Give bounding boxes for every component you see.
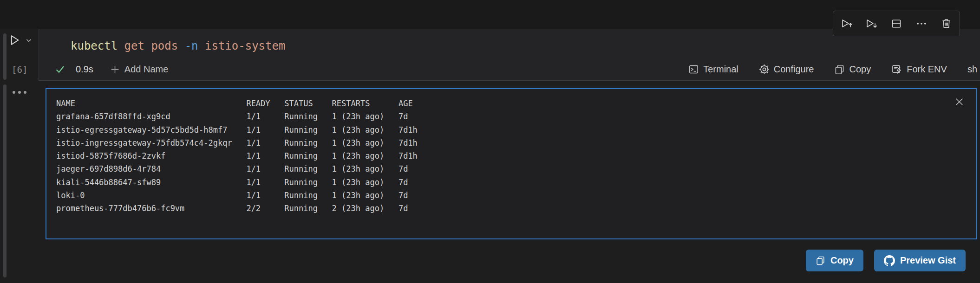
cell-hover-toolbar (833, 11, 960, 36)
more-icon[interactable] (915, 17, 928, 31)
output-header-line: NAME READY STATUS RESTARTS AGE (56, 97, 976, 110)
split-cell-icon[interactable] (889, 17, 903, 31)
terminal-button[interactable]: Terminal (688, 64, 738, 75)
preview-gist-label: Preview Gist (900, 255, 956, 266)
code-cell: kubectl get pods -n istio-system 0.9s Ad… (39, 29, 980, 81)
output-options-button[interactable] (13, 91, 26, 94)
code-token: get pods (124, 39, 185, 52)
output-panel: NAME READY STATUS RESTARTS AGEgrafana-65… (46, 88, 977, 239)
status-right-group: Terminal Configure Copy (688, 64, 977, 75)
configure-button[interactable]: Configure (759, 64, 814, 75)
output-row: istio-egressgateway-5d57c5bd5d-h8mf7 1/1… (56, 123, 976, 136)
output-row: jaeger-697d898d6-4r784 1/1 Running 1 (23… (56, 162, 976, 175)
fork-env-button[interactable]: Fork ENV (891, 64, 947, 75)
cell-focus-bar-output (3, 84, 7, 277)
code-token: istio-system (205, 39, 285, 52)
code-token: -n (185, 39, 205, 52)
plus-icon (110, 64, 120, 74)
output-footer-actions: Copy Preview Gist (806, 250, 966, 271)
copy-command-label: Copy (849, 64, 871, 75)
status-left-group: 0.9s Add Name (54, 64, 168, 75)
configure-label: Configure (774, 64, 814, 75)
copy-icon (834, 64, 845, 75)
add-name-label: Add Name (124, 64, 169, 75)
copy-output-label: Copy (830, 255, 854, 266)
output-row: grafana-657df88ffd-xg9cd 1/1 Running 1 (… (56, 110, 976, 123)
cell-focus-bar-code (3, 33, 7, 80)
code-token: kubectl (71, 39, 124, 52)
github-icon (884, 255, 895, 266)
copy-icon (816, 256, 825, 265)
output-row: istiod-5875f7686d-2zvkf 1/1 Running 1 (2… (56, 149, 976, 162)
terminal-icon (688, 64, 699, 75)
trash-icon[interactable] (939, 17, 953, 31)
output-row: istio-ingressgateway-75fdb574c4-2gkqr 1/… (56, 136, 976, 149)
execution-duration: 0.9s (76, 64, 93, 75)
terminal-output: NAME READY STATUS RESTARTS AGEgrafana-65… (46, 89, 976, 215)
output-row: prometheus-777db476b6-fc9vm 2/2 Running … (56, 202, 976, 215)
code-editor-line[interactable]: kubectl get pods -n istio-system (71, 39, 980, 53)
copy-command-button[interactable]: Copy (834, 64, 871, 75)
execution-count: [6] (12, 64, 27, 75)
preview-gist-button[interactable]: Preview Gist (874, 250, 966, 271)
terminal-label: Terminal (703, 64, 738, 75)
fork-env-icon (891, 64, 902, 75)
output-row: kiali-5446b88647-sfw89 1/1 Running 1 (23… (56, 176, 976, 189)
run-below-icon[interactable] (865, 17, 879, 31)
add-name-button[interactable]: Add Name (110, 64, 169, 75)
run-cell-button[interactable] (8, 33, 33, 47)
output-row: loki-0 1/1 Running 1 (23h ago) 7d (56, 189, 976, 202)
run-above-icon[interactable] (840, 17, 854, 31)
success-check-icon (54, 64, 65, 75)
language-selector[interactable]: sh (967, 64, 977, 75)
chevron-down-icon[interactable] (25, 37, 33, 44)
play-icon (8, 33, 21, 47)
cell-status-row: 0.9s Add Name Terminal (39, 61, 980, 77)
fork-env-label: Fork ENV (907, 64, 947, 75)
copy-output-button[interactable]: Copy (806, 250, 863, 271)
gear-icon (759, 64, 770, 75)
close-icon[interactable] (954, 96, 964, 107)
